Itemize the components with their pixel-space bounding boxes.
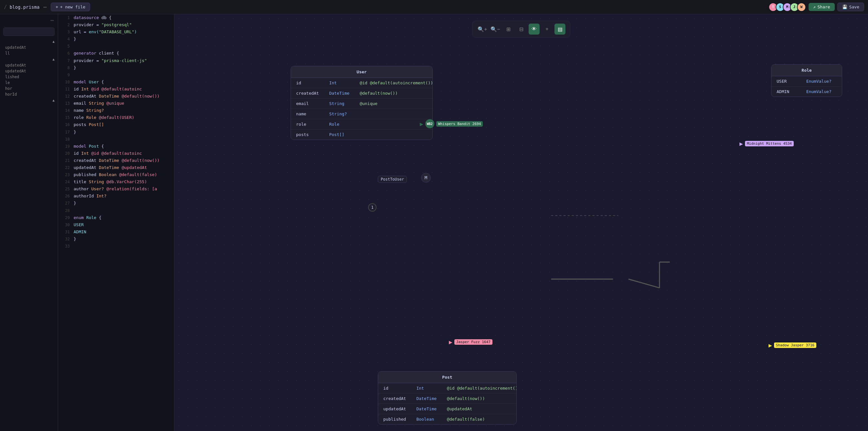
sidebar-dots[interactable]: ⋯ xyxy=(0,14,58,26)
line-content[interactable]: title String @db.VarChar(255) xyxy=(73,178,172,185)
line-content[interactable]: id Int @id @default(autoinc xyxy=(73,86,172,93)
cursor-jf-name: Jasper Fuzz 1647 xyxy=(454,339,492,345)
code-token: Int? xyxy=(96,194,106,198)
line-number: 15 xyxy=(61,114,70,121)
code-token: db { xyxy=(99,15,112,20)
line-number: 18 xyxy=(61,136,70,142)
code-token: client { xyxy=(96,51,119,56)
line-content[interactable]: model User { xyxy=(73,79,172,86)
code-editor[interactable]: 1datasource db {2 provider = "postgresql… xyxy=(58,14,175,431)
line-content[interactable]: role Role @default(USER) xyxy=(73,114,172,121)
line-number: 4 xyxy=(61,36,70,42)
sidebar-item-lished[interactable]: lished xyxy=(3,74,55,80)
line-content[interactable] xyxy=(73,42,172,50)
line-content[interactable]: ADMIN xyxy=(73,228,172,235)
line-content[interactable]: url = env("DATABASE_URL") xyxy=(73,28,172,35)
line-content[interactable]: } xyxy=(73,35,172,42)
user-card[interactable]: User id Int @id @default(autoincrement()… xyxy=(290,66,433,140)
table-view-button[interactable]: ▤ xyxy=(554,24,565,35)
line-content[interactable]: createdAt DateTime @default(now()) xyxy=(73,157,172,164)
code-line-27: 27} xyxy=(58,200,174,207)
code-token: USER xyxy=(73,222,84,227)
file-menu-dots[interactable]: ⋯ xyxy=(42,4,48,10)
sidebar-item-hor[interactable]: hor xyxy=(3,86,55,91)
line-content[interactable]: email String @unique xyxy=(73,100,172,107)
cursor-mm-name: Midnight Mittens 4534 xyxy=(745,141,794,146)
cursor-sj: ▶ Shadow Jasper 3716 xyxy=(769,342,816,349)
sidebar-item-updatedat-3[interactable]: updatedAt xyxy=(3,68,55,74)
line-content[interactable] xyxy=(73,242,172,250)
plus-icon: + xyxy=(546,26,548,32)
line-number: 20 xyxy=(61,150,70,157)
line-content[interactable] xyxy=(73,207,172,214)
code-line-1: 1datasource db { xyxy=(58,14,174,21)
avatar-W: W xyxy=(797,3,806,11)
line-content[interactable]: createdAt DateTime @default(now()) xyxy=(73,93,172,100)
line-number: 14 xyxy=(61,107,70,114)
line-content[interactable]: generator client { xyxy=(73,50,172,57)
sidebar-chevron-3[interactable]: ▲ xyxy=(3,97,55,104)
role-card[interactable]: Role USER EnumValue? ADMIN EnumValue? xyxy=(771,64,842,97)
line-content[interactable]: provider = "prisma-client-js" xyxy=(73,57,172,64)
share-button[interactable]: ↗ Share xyxy=(809,3,835,11)
line-content[interactable]: } xyxy=(73,128,172,136)
sidebar-item-updatedat-1[interactable]: updatedAt xyxy=(3,45,55,50)
fit-button[interactable]: ⊞ xyxy=(503,24,514,35)
code-line-8: 8} xyxy=(58,64,174,71)
code-line-17: 17} xyxy=(58,128,174,136)
line-content[interactable]: enum Role { xyxy=(73,214,172,221)
line-content[interactable]: } xyxy=(73,64,172,71)
save-button[interactable]: 💾 Save xyxy=(837,3,864,11)
code-token xyxy=(86,144,89,149)
line-content[interactable]: } xyxy=(73,235,172,242)
line-content[interactable]: model Post { xyxy=(73,143,172,150)
line-number: 22 xyxy=(61,165,70,171)
line-content[interactable]: name String? xyxy=(73,107,172,114)
table-row: role Role xyxy=(291,119,433,130)
sidebar-item-ll[interactable]: ll xyxy=(3,50,55,56)
line-content[interactable]: updatedAt DateTime @updatedAt xyxy=(73,164,172,171)
line-number: 7 xyxy=(61,58,70,64)
sidebar-item-updatedat-2[interactable]: updatedAt xyxy=(3,62,55,68)
code-token: published xyxy=(73,172,99,177)
code-token: env( xyxy=(89,29,99,34)
add-node-button[interactable]: + xyxy=(541,24,553,35)
table-icon: ▤ xyxy=(558,26,562,32)
sidebar-search[interactable] xyxy=(3,27,55,36)
cursor-mm-arrow: ▶ xyxy=(740,140,743,147)
line-content[interactable]: author User? @relation(fields: [a xyxy=(73,185,172,193)
code-token: name xyxy=(73,108,86,113)
zoom-out-button[interactable]: 🔍− xyxy=(490,24,501,35)
post-card[interactable]: Post id Int @id @default(autoincrement()… xyxy=(378,371,517,425)
cursor-sj-arrow: ▶ xyxy=(769,342,772,349)
diagram-area[interactable]: 🔍+ 🔍− ⊞ ⊟ 👁 + ▤ xyxy=(175,14,868,431)
line-content[interactable]: published Boolean @default(false) xyxy=(73,171,172,178)
line-content[interactable] xyxy=(73,136,172,143)
line-content[interactable]: USER xyxy=(73,221,172,228)
eye-button[interactable]: 👁 xyxy=(529,24,539,35)
sidebar-item-le[interactable]: le xyxy=(3,80,55,86)
line-number: 3 xyxy=(61,29,70,35)
code-token: { xyxy=(99,144,104,149)
code-token: } xyxy=(73,130,76,135)
line-content[interactable]: datasource db { xyxy=(73,14,172,21)
line-content[interactable]: posts Post[] xyxy=(73,121,172,128)
sidebar-chevron-2[interactable]: ▲ xyxy=(3,56,55,62)
user-card-table: id Int @id @default(autoincrement()) cre… xyxy=(291,78,433,140)
zoom-in-button[interactable]: 🔍+ xyxy=(477,24,488,35)
avatar-group: T S M J W xyxy=(769,3,806,11)
minimap-button[interactable]: ⊟ xyxy=(516,24,527,35)
line-content[interactable]: } xyxy=(73,200,172,207)
new-file-button[interactable]: + + new file xyxy=(51,3,90,11)
line-content[interactable]: id Int @id @default(autoinc xyxy=(73,150,172,157)
code-token: } xyxy=(73,201,76,205)
line-content[interactable]: authorId Int? xyxy=(73,193,172,200)
code-token: @default(USER) xyxy=(99,115,134,120)
cursor-jf-arrow: ▶ xyxy=(449,339,453,345)
sidebar-item-horid[interactable]: horId xyxy=(3,91,55,97)
line-content[interactable]: provider = "postgresql" xyxy=(73,21,172,28)
table-row: updatedAt DateTime @updatedAt xyxy=(378,404,517,414)
code-token: @default(now()) xyxy=(122,158,159,163)
line-content[interactable] xyxy=(73,71,172,79)
sidebar-chevron-1[interactable]: ▲ xyxy=(3,38,55,45)
